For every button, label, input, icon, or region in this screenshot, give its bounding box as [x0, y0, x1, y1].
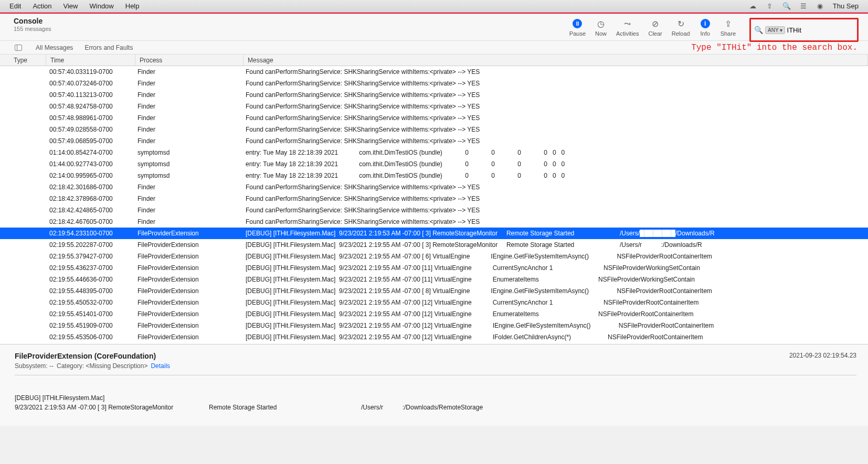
- log-row[interactable]: 02:19:55.379427-0700FileProviderExtensio…: [0, 251, 868, 262]
- message-count: 155 messages: [14, 26, 51, 32]
- pause-button[interactable]: II Pause: [569, 18, 586, 37]
- pause-icon: II: [571, 18, 583, 29]
- log-row[interactable]: 00:57:49.068595-0700FinderFound canPerfo…: [0, 135, 868, 147]
- row-message: [DEBUG] [ITHit.Filesystem.Mac] 9/23/2021…: [244, 230, 868, 237]
- menu-help[interactable]: Help: [125, 2, 140, 10]
- row-message: [DEBUG] [ITHit.Filesystem.Mac] 9/23/2021…: [244, 299, 868, 306]
- detail-details-link[interactable]: Details: [151, 362, 170, 370]
- row-message: [DEBUG] [ITHit.Filesystem.Mac] 9/23/2021…: [244, 310, 868, 318]
- log-row[interactable]: 02:19:54.233100-0700FileProviderExtensio…: [0, 228, 868, 239]
- pause-label: Pause: [569, 30, 586, 37]
- toolbar: II Pause ◷ Now ⤳ Activities ⊘ Clear ↻ Re…: [569, 17, 859, 42]
- info-label: Info: [700, 30, 710, 37]
- log-row[interactable]: 02:19:55.450532-0700FileProviderExtensio…: [0, 297, 868, 308]
- log-body[interactable]: 00:57:40.033119-0700FinderFound canPerfo…: [0, 66, 868, 344]
- menu-edit[interactable]: Edit: [9, 2, 21, 10]
- row-time: 02:18:42.301686-0700: [46, 184, 135, 191]
- row-process: symptomsd: [135, 160, 244, 168]
- info-button[interactable]: i Info: [700, 18, 711, 37]
- row-time: 00:57:40.113213-0700: [46, 91, 135, 99]
- row-time: 02:19:55.446636-0700: [46, 276, 135, 283]
- log-row[interactable]: 02:14:00.995965-0700symptomsdentry: Tue …: [0, 170, 868, 181]
- search-input[interactable]: [787, 26, 845, 34]
- col-time[interactable]: Time: [46, 55, 135, 66]
- log-row[interactable]: 00:57:48.924758-0700FinderFound canPerfo…: [0, 101, 868, 112]
- row-time: 00:57:40.073246-0700: [46, 80, 135, 87]
- row-time: 00:57:48.988961-0700: [46, 114, 135, 122]
- row-process: FileProviderExtension: [135, 287, 244, 295]
- now-icon: ◷: [595, 18, 607, 29]
- clear-label: Clear: [648, 30, 662, 37]
- row-time: 00:57:48.924758-0700: [46, 103, 135, 110]
- now-label: Now: [595, 30, 607, 37]
- log-row[interactable]: 02:18:42.378968-0700FinderFound canPerfo…: [0, 193, 868, 204]
- log-row[interactable]: 00:57:49.028558-0700FinderFound canPerfo…: [0, 124, 868, 135]
- menu-action[interactable]: Action: [33, 2, 51, 10]
- filter-all[interactable]: All Messages: [36, 44, 73, 51]
- filter-errors[interactable]: Errors and Faults: [84, 44, 133, 51]
- row-process: Finder: [135, 80, 244, 87]
- row-time: 01:14:00.854274-0700: [46, 149, 135, 156]
- search-icon: 🔍: [754, 26, 763, 34]
- row-process: FileProviderExtension: [135, 333, 244, 341]
- control-center-icon[interactable]: ☰: [799, 2, 808, 10]
- cloud-icon[interactable]: ☁: [749, 2, 757, 10]
- clear-button[interactable]: ⊘ Clear: [648, 18, 662, 37]
- activities-button[interactable]: ⤳ Activities: [616, 18, 639, 37]
- reload-button[interactable]: ↻ Reload: [672, 18, 690, 37]
- now-button[interactable]: ◷ Now: [595, 18, 607, 37]
- row-process: FileProviderExtension: [135, 276, 244, 283]
- row-process: Finder: [135, 126, 244, 133]
- row-time: 02:19:55.448395-0700: [46, 287, 135, 295]
- sidebar-toggle-icon[interactable]: [15, 45, 22, 51]
- menu-date[interactable]: Thu Sep: [833, 2, 859, 10]
- search-box[interactable]: 🔍 ANY▾: [749, 18, 859, 42]
- log-row[interactable]: 00:57:40.073246-0700FinderFound canPerfo…: [0, 78, 868, 89]
- log-row[interactable]: 02:19:55.448395-0700FileProviderExtensio…: [0, 285, 868, 297]
- row-time: 02:18:42.378968-0700: [46, 195, 135, 202]
- detail-title: FileProviderExtension (CoreFoundation): [15, 352, 856, 360]
- log-row[interactable]: 02:19:55.202287-0700FileProviderExtensio…: [0, 239, 868, 251]
- log-row[interactable]: 02:18:42.467605-0700FinderFound canPerfo…: [0, 216, 868, 228]
- row-process: symptomsd: [135, 172, 244, 179]
- menu-view[interactable]: View: [63, 2, 78, 10]
- row-message: Found canPerformSharingService: SHKShari…: [244, 114, 868, 122]
- row-time: 02:19:55.453506-0700: [46, 333, 135, 341]
- log-row[interactable]: 01:44:00.927743-0700symptomsdentry: Tue …: [0, 158, 868, 170]
- row-process: FileProviderExtension: [135, 310, 244, 318]
- col-type[interactable]: Type: [0, 55, 46, 66]
- row-message: entry: Tue May 18 22:18:39 2021 com.ithi…: [244, 160, 868, 168]
- row-time: 02:19:55.451401-0700: [46, 310, 135, 318]
- spotlight-icon[interactable]: 🔍: [782, 2, 791, 10]
- row-time: 02:19:55.451909-0700: [46, 322, 135, 329]
- log-row[interactable]: 02:18:42.424865-0700FinderFound canPerfo…: [0, 204, 868, 216]
- menu-window[interactable]: Window: [90, 2, 114, 10]
- log-row[interactable]: 00:57:40.033119-0700FinderFound canPerfo…: [0, 66, 868, 78]
- col-process[interactable]: Process: [135, 55, 244, 66]
- log-row[interactable]: 02:19:55.451909-0700FileProviderExtensio…: [0, 320, 868, 331]
- log-row[interactable]: 02:19:55.451401-0700FileProviderExtensio…: [0, 308, 868, 320]
- log-row[interactable]: 01:14:00.854274-0700symptomsdentry: Tue …: [0, 147, 868, 158]
- log-row[interactable]: 00:57:40.113213-0700FinderFound canPerfo…: [0, 89, 868, 101]
- menu-bar: Edit Action View Window Help ☁ ⇧ 🔍 ☰ ◉ T…: [0, 0, 868, 13]
- row-message: entry: Tue May 18 22:18:39 2021 com.ithi…: [244, 149, 868, 156]
- search-scope-chip[interactable]: ANY▾: [765, 26, 785, 34]
- siri-icon[interactable]: ◉: [816, 2, 824, 10]
- row-message: [DEBUG] [ITHit.Filesystem.Mac] 9/23/2021…: [244, 241, 868, 249]
- share-icon: ⇪: [722, 18, 734, 29]
- share-button[interactable]: ⇪ Share: [721, 18, 736, 37]
- row-message: [DEBUG] [ITHit.Filesystem.Mac] 9/23/2021…: [244, 333, 868, 341]
- detail-pane: 2021-09-23 02:19:54.23 FileProviderExten…: [0, 344, 868, 426]
- col-message[interactable]: Message: [244, 55, 868, 66]
- activities-label: Activities: [616, 30, 639, 37]
- row-message: Found canPerformSharingService: SHKShari…: [244, 91, 868, 99]
- row-message: entry: Tue May 18 22:18:39 2021 com.ithi…: [244, 172, 868, 179]
- log-row[interactable]: 02:18:42.301686-0700FinderFound canPerfo…: [0, 181, 868, 193]
- log-row[interactable]: 00:57:48.988961-0700FinderFound canPerfo…: [0, 112, 868, 124]
- log-row[interactable]: 02:19:55.446636-0700FileProviderExtensio…: [0, 274, 868, 285]
- row-process: Finder: [135, 137, 244, 145]
- log-row[interactable]: 02:19:55.436237-0700FileProviderExtensio…: [0, 262, 868, 274]
- wifi-icon[interactable]: ⇧: [766, 2, 774, 10]
- log-row[interactable]: 02:19:55.453506-0700FileProviderExtensio…: [0, 331, 868, 343]
- row-process: Finder: [135, 195, 244, 202]
